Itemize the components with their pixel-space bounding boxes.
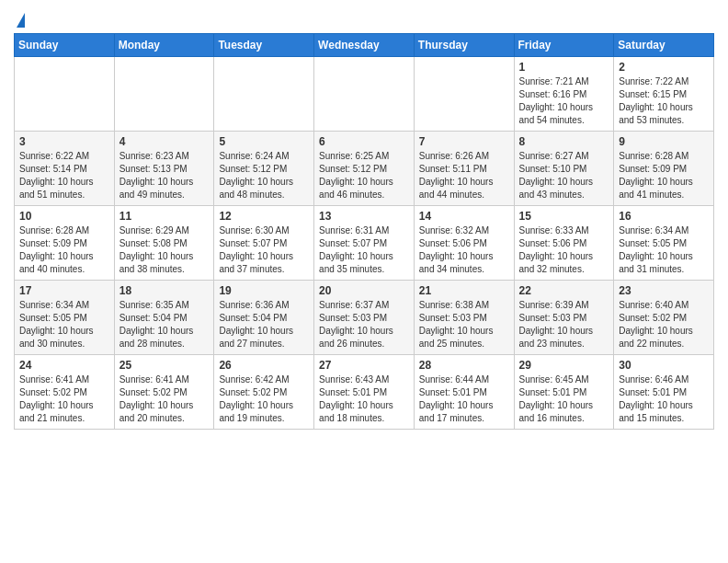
weekday-header-cell: Sunday [15, 34, 115, 57]
calendar: SundayMondayTuesdayWednesdayThursdayFrid… [14, 33, 714, 430]
day-number: 20 [319, 284, 409, 297]
calendar-day-cell: 27Sunrise: 6:43 AM Sunset: 5:01 PM Dayli… [314, 355, 415, 430]
day-info: Sunrise: 6:26 AM Sunset: 5:11 PM Dayligh… [419, 150, 509, 201]
day-number: 13 [319, 210, 409, 223]
calendar-week-row: 17Sunrise: 6:34 AM Sunset: 5:05 PM Dayli… [15, 281, 714, 355]
calendar-day-cell: 2Sunrise: 7:22 AM Sunset: 6:15 PM Daylig… [614, 57, 714, 132]
day-info: Sunrise: 6:41 AM Sunset: 5:02 PM Dayligh… [119, 373, 210, 425]
calendar-day-cell: 16Sunrise: 6:34 AM Sunset: 5:05 PM Dayli… [614, 206, 714, 281]
day-info: Sunrise: 6:35 AM Sunset: 5:04 PM Dayligh… [119, 299, 210, 350]
calendar-day-cell: 11Sunrise: 6:29 AM Sunset: 5:08 PM Dayli… [114, 206, 214, 281]
day-info: Sunrise: 6:41 AM Sunset: 5:02 PM Dayligh… [19, 373, 109, 425]
day-number: 4 [119, 135, 210, 148]
weekday-header-cell: Friday [514, 34, 614, 57]
day-info: Sunrise: 7:21 AM Sunset: 6:16 PM Dayligh… [519, 75, 609, 127]
day-number: 6 [319, 135, 409, 148]
day-info: Sunrise: 6:34 AM Sunset: 5:05 PM Dayligh… [19, 299, 109, 350]
calendar-day-cell: 24Sunrise: 6:41 AM Sunset: 5:02 PM Dayli… [15, 355, 115, 430]
day-number: 29 [519, 359, 609, 372]
day-number: 26 [219, 359, 309, 372]
logo-triangle-icon [17, 13, 25, 28]
day-info: Sunrise: 6:29 AM Sunset: 5:08 PM Dayligh… [119, 224, 210, 276]
header [14, 9, 714, 28]
logo [14, 13, 25, 28]
day-number: 24 [19, 359, 109, 372]
day-number: 17 [19, 284, 109, 297]
calendar-day-cell: 14Sunrise: 6:32 AM Sunset: 5:06 PM Dayli… [414, 206, 514, 281]
day-number: 19 [219, 284, 309, 297]
day-number: 3 [19, 135, 109, 148]
day-info: Sunrise: 6:28 AM Sunset: 5:09 PM Dayligh… [19, 224, 109, 276]
calendar-day-cell: 28Sunrise: 6:44 AM Sunset: 5:01 PM Dayli… [414, 355, 514, 430]
day-number: 11 [119, 210, 210, 223]
calendar-day-cell: 17Sunrise: 6:34 AM Sunset: 5:05 PM Dayli… [15, 281, 115, 355]
day-info: Sunrise: 6:22 AM Sunset: 5:14 PM Dayligh… [19, 150, 109, 201]
day-info: Sunrise: 6:38 AM Sunset: 5:03 PM Dayligh… [419, 299, 509, 350]
day-info: Sunrise: 6:44 AM Sunset: 5:01 PM Dayligh… [419, 373, 509, 425]
calendar-day-cell: 3Sunrise: 6:22 AM Sunset: 5:14 PM Daylig… [15, 132, 115, 206]
calendar-week-row: 3Sunrise: 6:22 AM Sunset: 5:14 PM Daylig… [15, 132, 714, 206]
calendar-day-cell: 12Sunrise: 6:30 AM Sunset: 5:07 PM Dayli… [214, 206, 314, 281]
calendar-day-cell: 18Sunrise: 6:35 AM Sunset: 5:04 PM Dayli… [114, 281, 214, 355]
calendar-day-cell: 21Sunrise: 6:38 AM Sunset: 5:03 PM Dayli… [414, 281, 514, 355]
day-info: Sunrise: 6:24 AM Sunset: 5:12 PM Dayligh… [219, 150, 309, 201]
day-info: Sunrise: 6:39 AM Sunset: 5:03 PM Dayligh… [519, 299, 609, 350]
day-info: Sunrise: 6:28 AM Sunset: 5:09 PM Dayligh… [619, 150, 709, 201]
calendar-body: 1Sunrise: 7:21 AM Sunset: 6:16 PM Daylig… [15, 57, 714, 430]
day-number: 28 [419, 359, 509, 372]
day-number: 22 [519, 284, 609, 297]
day-number: 2 [619, 61, 709, 74]
day-number: 8 [519, 135, 609, 148]
day-info: Sunrise: 6:42 AM Sunset: 5:02 PM Dayligh… [219, 373, 309, 425]
calendar-week-row: 24Sunrise: 6:41 AM Sunset: 5:02 PM Dayli… [15, 355, 714, 430]
weekday-header-row: SundayMondayTuesdayWednesdayThursdayFrid… [15, 34, 714, 57]
day-info: Sunrise: 6:30 AM Sunset: 5:07 PM Dayligh… [219, 224, 309, 276]
day-number: 10 [19, 210, 109, 223]
calendar-day-cell: 10Sunrise: 6:28 AM Sunset: 5:09 PM Dayli… [15, 206, 115, 281]
calendar-day-cell: 23Sunrise: 6:40 AM Sunset: 5:02 PM Dayli… [614, 281, 714, 355]
day-number: 15 [519, 210, 609, 223]
calendar-day-cell: 7Sunrise: 6:26 AM Sunset: 5:11 PM Daylig… [414, 132, 514, 206]
day-number: 25 [119, 359, 210, 372]
day-info: Sunrise: 6:31 AM Sunset: 5:07 PM Dayligh… [319, 224, 409, 276]
weekday-header-cell: Monday [114, 34, 214, 57]
calendar-day-cell: 4Sunrise: 6:23 AM Sunset: 5:13 PM Daylig… [114, 132, 214, 206]
calendar-day-cell: 26Sunrise: 6:42 AM Sunset: 5:02 PM Dayli… [214, 355, 314, 430]
day-info: Sunrise: 6:40 AM Sunset: 5:02 PM Dayligh… [619, 299, 709, 350]
day-number: 21 [419, 284, 509, 297]
calendar-day-cell [314, 57, 415, 132]
day-info: Sunrise: 6:37 AM Sunset: 5:03 PM Dayligh… [319, 299, 409, 350]
day-number: 18 [119, 284, 210, 297]
calendar-day-cell: 5Sunrise: 6:24 AM Sunset: 5:12 PM Daylig… [214, 132, 314, 206]
weekday-header-cell: Tuesday [214, 34, 314, 57]
calendar-day-cell: 22Sunrise: 6:39 AM Sunset: 5:03 PM Dayli… [514, 281, 614, 355]
calendar-day-cell: 19Sunrise: 6:36 AM Sunset: 5:04 PM Dayli… [214, 281, 314, 355]
day-info: Sunrise: 6:23 AM Sunset: 5:13 PM Dayligh… [119, 150, 210, 201]
calendar-day-cell: 29Sunrise: 6:45 AM Sunset: 5:01 PM Dayli… [514, 355, 614, 430]
day-number: 23 [619, 284, 709, 297]
calendar-week-row: 1Sunrise: 7:21 AM Sunset: 6:16 PM Daylig… [15, 57, 714, 132]
calendar-day-cell: 15Sunrise: 6:33 AM Sunset: 5:06 PM Dayli… [514, 206, 614, 281]
day-number: 12 [219, 210, 309, 223]
day-number: 16 [619, 210, 709, 223]
day-info: Sunrise: 6:34 AM Sunset: 5:05 PM Dayligh… [619, 224, 709, 276]
day-info: Sunrise: 6:27 AM Sunset: 5:10 PM Dayligh… [519, 150, 609, 201]
day-number: 1 [519, 61, 609, 74]
calendar-day-cell: 9Sunrise: 6:28 AM Sunset: 5:09 PM Daylig… [614, 132, 714, 206]
weekday-header-cell: Wednesday [314, 34, 415, 57]
calendar-day-cell [114, 57, 214, 132]
calendar-week-row: 10Sunrise: 6:28 AM Sunset: 5:09 PM Dayli… [15, 206, 714, 281]
calendar-day-cell: 30Sunrise: 6:46 AM Sunset: 5:01 PM Dayli… [614, 355, 714, 430]
day-info: Sunrise: 6:33 AM Sunset: 5:06 PM Dayligh… [519, 224, 609, 276]
calendar-day-cell [414, 57, 514, 132]
day-info: Sunrise: 6:43 AM Sunset: 5:01 PM Dayligh… [319, 373, 409, 425]
weekday-header-cell: Saturday [614, 34, 714, 57]
day-number: 27 [319, 359, 409, 372]
day-info: Sunrise: 6:25 AM Sunset: 5:12 PM Dayligh… [319, 150, 409, 201]
calendar-day-cell: 6Sunrise: 6:25 AM Sunset: 5:12 PM Daylig… [314, 132, 415, 206]
day-number: 9 [619, 135, 709, 148]
day-number: 7 [419, 135, 509, 148]
day-info: Sunrise: 6:36 AM Sunset: 5:04 PM Dayligh… [219, 299, 309, 350]
calendar-day-cell [15, 57, 115, 132]
day-info: Sunrise: 6:46 AM Sunset: 5:01 PM Dayligh… [619, 373, 709, 425]
